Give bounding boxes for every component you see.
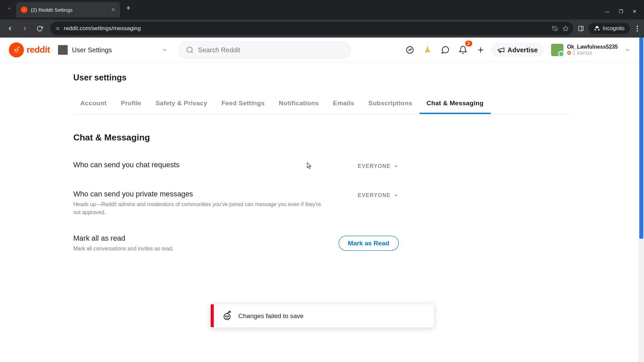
karma-label: ✿1 karma [567,50,618,56]
browser-toolbar: reddit.com/settings/messaging Incognito [0,19,644,38]
svg-point-11 [637,30,638,32]
tab-emails[interactable]: Emails [326,93,362,114]
page-title: User settings [73,73,571,83]
chevron-down-icon [161,47,167,53]
tab-title: (2) Reddit Settings [31,7,72,13]
browser-tab-strip: (2) Reddit Settings ✕ + — ❐ ✕ [0,0,644,19]
reddit-wordmark: reddit [26,45,50,55]
browser-menu-icon[interactable] [635,25,640,32]
settings-tabs: Account Profile Safety & Privacy Feed Se… [73,93,571,114]
tab-chat-messaging[interactable]: Chat & Messaging [419,93,490,114]
svg-point-24 [225,316,226,317]
back-button[interactable] [4,22,16,35]
reddit-logo[interactable]: reddit [9,42,50,57]
chevron-down-icon [625,47,631,53]
site-info-icon[interactable] [55,26,60,31]
svg-marker-21 [394,166,397,167]
maximize-icon[interactable]: ❐ [619,9,623,14]
reddit-header: reddit User Settings [0,38,644,62]
coins-icon[interactable] [420,42,435,57]
caret-down-icon [393,193,398,198]
snoo-sad-icon [221,310,232,321]
tab-profile[interactable]: Profile [114,93,149,114]
svg-rect-7 [579,26,583,31]
caret-down-icon [393,164,398,169]
tab-safety-privacy[interactable]: Safety & Privacy [149,93,214,114]
svg-point-27 [229,311,230,312]
svg-point-10 [637,28,638,29]
svg-point-25 [227,316,228,317]
create-post-icon[interactable] [473,42,488,57]
community-dropdown[interactable]: User Settings [54,43,174,56]
svg-point-23 [224,313,230,319]
browser-tab[interactable]: (2) Reddit Settings ✕ [16,2,120,17]
dropdown-value: EVERYONE [358,192,391,198]
chat-requests-dropdown[interactable]: EVERYONE [358,161,399,172]
reddit-snoo-icon [9,42,24,57]
search-icon [186,46,194,54]
svg-point-16 [187,47,192,52]
advertise-button[interactable]: Advertise [491,43,544,57]
tab-feed-settings[interactable]: Feed Settings [214,93,272,114]
section-title: Chat & Messaging [73,133,571,143]
advertise-label: Advertise [507,46,538,53]
new-tab-button[interactable]: + [120,4,137,12]
incognito-label: Incognito [603,25,625,32]
svg-point-9 [637,25,638,27]
username-label: Ok_Lawfulness5235 [567,44,618,50]
megaphone-icon [497,46,505,54]
side-panel-icon[interactable] [578,25,584,32]
svg-marker-22 [394,195,397,196]
close-tab-icon[interactable]: ✕ [111,7,115,13]
svg-point-13 [17,49,18,51]
svg-point-12 [14,49,16,51]
reddit-favicon-icon [21,6,28,13]
bookmark-icon[interactable] [562,25,569,32]
toast-status-bar [210,304,213,327]
tab-account[interactable]: Account [73,93,114,114]
setting-private-messages: Who can send you private messages Heads … [73,184,398,229]
svg-point-0 [24,9,25,10]
setting-label: Mark all as read [73,234,330,242]
tab-notifications[interactable]: Notifications [272,93,326,114]
search-input[interactable] [198,46,343,53]
minimize-icon[interactable]: — [605,9,609,14]
address-bar[interactable]: reddit.com/settings/messaging [50,22,573,35]
incognito-icon [594,25,600,32]
dropdown-value: EVERYONE [358,163,391,169]
mark-as-read-button[interactable]: Mark as Read [338,236,398,251]
tab-search-button[interactable] [3,2,16,15]
toast-message: Changes failed to save [238,312,304,319]
url-text: reddit.com/settings/messaging [64,25,141,32]
chat-icon[interactable] [438,42,453,57]
error-toast: Changes failed to save [210,304,434,327]
nav-avatar-icon [58,45,67,55]
search-bar[interactable] [178,41,351,59]
user-avatar-icon [551,44,564,56]
setting-label: Who can send you private messages [73,190,349,198]
vertical-scrollbar[interactable] [639,38,644,362]
close-window-icon[interactable]: ✕ [633,9,637,14]
private-messages-dropdown[interactable]: EVERYONE [358,190,399,201]
setting-mark-all-read: Mark all as read Mark all conversations … [73,229,398,265]
setting-description: Heads up—Reddit admins and moderators of… [73,200,321,217]
reload-button[interactable] [34,22,46,35]
setting-description: Mark all conversations and invites as re… [73,245,321,253]
notifications-icon[interactable] [455,42,470,57]
tab-subscriptions[interactable]: Subscriptions [361,93,419,114]
scrollbar-thumb[interactable] [639,38,643,239]
popular-icon[interactable] [402,42,417,57]
setting-label: Who can send you chat requests [73,161,349,169]
svg-line-17 [191,51,193,53]
setting-chat-requests: Who can send you chat requests EVERYONE [73,155,398,184]
user-menu[interactable]: Ok_Lawfulness5235 ✿1 karma [547,42,635,58]
tracking-protection-icon[interactable] [552,25,558,32]
svg-marker-6 [563,26,568,31]
incognito-indicator[interactable]: Incognito [589,23,630,34]
nav-label: User Settings [72,46,112,53]
svg-line-15 [16,47,18,49]
forward-button[interactable] [19,22,31,35]
